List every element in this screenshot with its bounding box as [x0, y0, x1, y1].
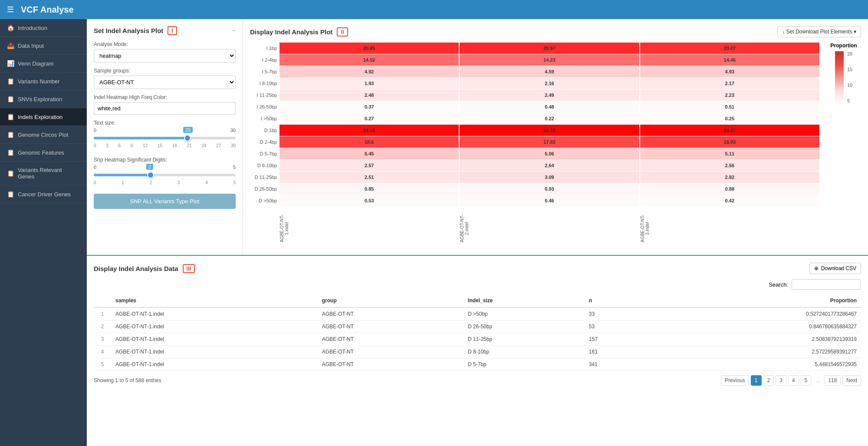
- heatmap-row-label: D 26-50bp: [250, 186, 279, 192]
- heatmap-row-label: I 2-4bp: [250, 57, 279, 63]
- panel-display-header: Display Indel Analysis Plot II ↓ Set Dow…: [250, 26, 861, 37]
- set-download-plot-btn[interactable]: ↓ Set Download Plot Elements ▾: [777, 26, 861, 37]
- page-ellipsis: ...: [813, 376, 822, 385]
- panel-minimize-btn[interactable]: −: [232, 27, 236, 35]
- page-buttons: Previous 1 2 3 4 5 ... 118 Next: [721, 375, 861, 386]
- sample-groups-select[interactable]: AGBE-OT-NT: [94, 76, 236, 89]
- page-btn-4[interactable]: 4: [788, 375, 799, 386]
- heatmap-cells: 14.5214.2314.46: [279, 54, 819, 66]
- sidebar-item-genomic-features[interactable]: 📋 Genomic Features: [0, 144, 87, 162]
- prev-page-btn[interactable]: Previous: [721, 375, 749, 386]
- heatmap-cell: 2.49: [460, 89, 639, 101]
- legend-value-5: 5: [847, 98, 852, 103]
- heatmap-cells: 2.513.092.82: [279, 172, 819, 183]
- col-header-group: group: [318, 294, 464, 307]
- table-cell-proportion: 2.50838792139319: [647, 333, 861, 346]
- next-page-btn[interactable]: Next: [842, 375, 861, 386]
- heatmap-cell: 2.82: [640, 172, 819, 183]
- snp-all-variants-plot-btn[interactable]: SNP ALL Variants Type Plot: [94, 194, 236, 209]
- col-header-indel-size: Indel_size: [464, 294, 585, 307]
- sidebar-item-label: Venn Diagram: [18, 60, 53, 67]
- table-cell-n: 157: [585, 333, 647, 346]
- heatmap-cell: 14.52: [279, 54, 459, 66]
- page-btn-2[interactable]: 2: [763, 375, 774, 386]
- sidebar-item-snvs-exploration[interactable]: 📋 SNVs Exploration: [0, 90, 87, 108]
- sidebar-item-venn-diagram[interactable]: 📊 Venn Diagram: [0, 55, 87, 73]
- analyse-mode-label: Analyse Mode:: [94, 41, 236, 47]
- col-header-n: n: [585, 294, 647, 307]
- search-label: Search:: [769, 281, 788, 288]
- pagination: Showing 1 to 5 of 588 entries Previous 1…: [94, 375, 861, 386]
- sidebar-item-data-input[interactable]: 📤 Data Input: [0, 37, 87, 55]
- heatmap-cell: 17.92: [460, 136, 639, 148]
- heatmap-cells: 2.572.642.56: [279, 160, 819, 171]
- upload-icon: 📤: [7, 42, 14, 49]
- sig-digits-value-badge: 2: [146, 164, 153, 170]
- sidebar-item-label: Variants Relevant Genes: [18, 167, 80, 180]
- heatmap-cell: 14.46: [640, 54, 819, 66]
- heatmap-cell: 0.42: [640, 195, 819, 206]
- topbar: ☰ VCF Analyse: [0, 0, 868, 19]
- heatmap-cell: 18.6: [279, 136, 459, 148]
- table-cell-num: 3: [94, 333, 111, 346]
- heatmap-row: D 26-50bp0.850.930.88: [250, 183, 819, 195]
- heatmap-cell: 1.93: [279, 78, 459, 89]
- download-icon: ⊕: [814, 265, 819, 271]
- panel-data-badge: III: [183, 264, 195, 273]
- analyse-mode-select[interactable]: heatmap barplot: [94, 49, 236, 63]
- heatmap-cell: 5.11: [640, 148, 819, 159]
- search-input[interactable]: [792, 279, 861, 290]
- sidebar-item-variants-number[interactable]: 📋 Variants Number: [0, 73, 87, 90]
- heatmap-cells: 0.370.480.51: [279, 101, 819, 112]
- heatmap-cell: 0.93: [460, 183, 639, 195]
- page-btn-1[interactable]: 1: [751, 375, 762, 386]
- heatmap-cell: 0.88: [640, 183, 819, 195]
- sidebar-item-label: Indels Exploration: [18, 114, 62, 120]
- table-cell-samples: AGBE-OT-NT-1.indel: [111, 346, 318, 358]
- sidebar-item-label: Data Input: [18, 43, 44, 49]
- sidebar-item-indels-exploration[interactable]: 📋 Indels Exploration: [0, 108, 87, 126]
- heatmap-cell: 5.06: [460, 148, 639, 159]
- panel-set-header: Set Indel Analysis Plot I −: [94, 26, 236, 35]
- sidebar-item-introduction[interactable]: 🏠 Introduction: [0, 19, 87, 37]
- panel-display-badge: II: [337, 27, 348, 36]
- table-cell-samples: AGBE-OT-NT-1.indel: [111, 358, 318, 371]
- heatmap-cells: 5.455.065.11: [279, 148, 819, 159]
- heatmap-row-label: D 2-4bp: [250, 139, 279, 145]
- table-row: 5 AGBE-OT-NT-1.indel AGBE-OT-NT D 5-7bp …: [94, 358, 861, 371]
- legend-area: Proportion 20 15 10 5: [826, 43, 861, 248]
- sidebar-item-label: SNVs Exploration: [18, 96, 62, 102]
- col-header-num: [94, 294, 111, 307]
- page-btn-3[interactable]: 3: [776, 375, 786, 386]
- table-cell-indel-size: D 11-25bp: [464, 333, 585, 346]
- heatmap-row-label: D 11-25bp: [250, 175, 279, 180]
- col-header-proportion: Proportion: [647, 294, 861, 307]
- list-icon-5: 📋: [7, 149, 14, 156]
- heatmap-cell: 0.27: [279, 113, 459, 124]
- high-freq-color-input[interactable]: [94, 102, 236, 115]
- hamburger-icon[interactable]: ☰: [7, 5, 14, 14]
- sidebar-item-cancer-driver-genes[interactable]: 📋 Cancer Driver Genes: [0, 185, 87, 203]
- heatmap-cell: 0.37: [279, 101, 459, 112]
- page-btn-5[interactable]: 5: [801, 375, 812, 386]
- heatmap-cells: 0.850.930.88: [279, 183, 819, 195]
- heatmap-cell: 0.48: [460, 101, 639, 112]
- heatmap-cell: 2.64: [460, 160, 639, 171]
- download-csv-btn[interactable]: ⊕ Download CSV: [809, 263, 861, 274]
- heatmap-row-label: I 5-7bp: [250, 69, 279, 74]
- sidebar-item-genome-circos-plot[interactable]: 📋 Genome Circos Plot: [0, 126, 87, 144]
- heatmap-cell: 20.85: [279, 43, 459, 54]
- heatmap-cell: 20.27: [640, 43, 819, 54]
- page-btn-last[interactable]: 118: [824, 375, 841, 386]
- heatmap-cell: 2.17: [640, 78, 819, 89]
- panel-display-indel: Display Indel Analysis Plot II ↓ Set Dow…: [243, 19, 868, 255]
- table-cell-proportion: 5.4481546572935: [647, 358, 861, 371]
- heatmap-cell: 4.92: [279, 66, 459, 77]
- panel-data-title-text: Display Indel Analysis Data: [94, 265, 178, 272]
- heatmap-cell: 5.45: [279, 148, 459, 159]
- heatmap-cell: 24.76: [460, 125, 639, 136]
- list-icon-6: 📋: [7, 170, 14, 177]
- sidebar-item-variants-relevant-genes[interactable]: 📋 Variants Relevant Genes: [0, 162, 87, 185]
- table-cell-n: 341: [585, 358, 647, 371]
- table-header-row: samples group Indel_size n Proportion: [94, 294, 861, 307]
